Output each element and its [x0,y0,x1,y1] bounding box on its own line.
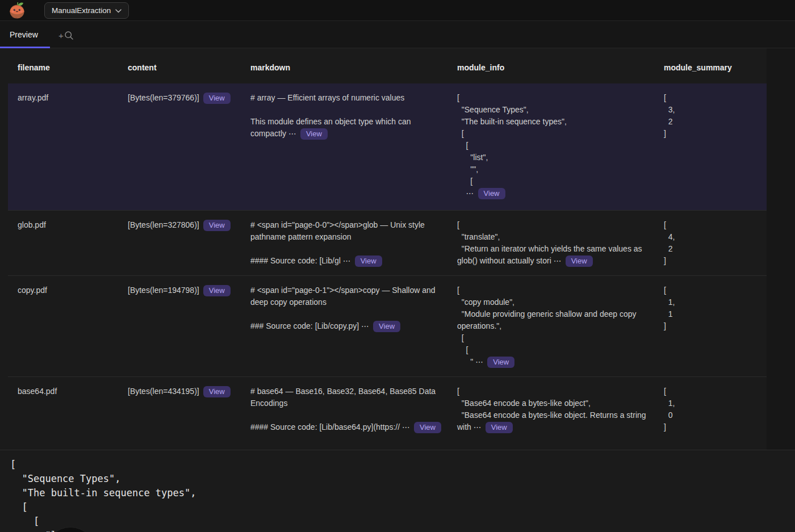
column-header-markdown[interactable]: markdown [241,48,447,83]
cell-module-info: [ "Base64 encode a bytes-like object", "… [447,377,654,450]
project-dropdown-label: ManualExtraction [52,6,111,15]
content-bytes-value: [Bytes(len=327806)] [128,220,199,229]
module-info-json-text: [ "translate", "Return an iterator which… [457,220,644,265]
search-icon [64,31,74,40]
cell-markdown: # <span id="page-0-0"></span>glob — Unix… [241,211,447,275]
table-row[interactable]: copy.pdf [Bytes(len=194798)]View # <span… [8,276,767,377]
column-header-module-info[interactable]: module_info [447,48,654,83]
view-module-info-button[interactable]: View [478,188,505,199]
view-content-button[interactable]: View [203,93,231,104]
table-right-gutter [767,48,795,450]
view-content-button[interactable]: View [203,386,231,397]
cell-module-info: [ "copy module", "Module providing gener… [447,276,654,376]
content-bytes-value: [Bytes(len=379766)] [128,93,199,102]
cell-filename: copy.pdf [8,276,118,376]
project-dropdown[interactable]: ManualExtraction [44,2,129,19]
view-markdown-button[interactable]: View [373,321,400,332]
tab-bar: Preview + [0,21,795,48]
view-module-info-button[interactable]: View [486,422,513,433]
cell-module-summary: [ 1, 0 ] [654,377,767,450]
add-tab-button[interactable]: + [58,29,74,41]
tab-preview-label: Preview [10,30,38,39]
json-detail-text: [ "Sequence Types", "The built-in sequen… [10,458,795,532]
view-markdown-button[interactable]: View [300,128,328,140]
markdown-preview-text: # array — Efficient arrays of numeric va… [250,93,413,138]
column-header-filename[interactable]: filename [8,48,118,83]
orange-mascot-icon [9,2,26,19]
module-summary-json-text: [ 1, 0 ] [664,387,675,432]
top-bar: ManualExtraction [0,0,795,21]
chevron-down-icon [115,9,122,13]
view-module-info-button[interactable]: View [566,255,593,267]
cell-filename: array.pdf [8,83,118,210]
table-row[interactable]: base64.pdf [Bytes(len=434195)]View # bas… [8,377,767,451]
module-summary-json-text: [ 1, 1 ] [664,286,675,330]
cell-markdown: # array — Efficient arrays of numeric va… [241,83,447,210]
cell-content: [Bytes(len=327806)]View [118,211,241,275]
cell-module-info: [ "translate", "Return an iterator which… [447,211,654,275]
cell-content: [Bytes(len=434195)]View [118,377,241,450]
cell-filename: glob.pdf [8,211,118,275]
markdown-preview-text: # <span id="page-0-0"></span>glob — Unix… [250,220,427,265]
cell-markdown: # <span id="page-0-1"></span>copy — Shal… [241,276,447,376]
cell-module-info: [ "Sequence Types", "The built-in sequen… [447,83,654,210]
view-content-button[interactable]: View [203,285,231,296]
cell-content: [Bytes(len=194798)]View [118,276,241,376]
view-markdown-button[interactable]: View [355,255,382,267]
view-content-button[interactable]: View [203,220,231,231]
view-module-info-button[interactable]: View [487,357,514,368]
content-bytes-value: [Bytes(len=434195)] [128,387,199,396]
module-summary-json-text: [ 3, 2 ] [664,93,675,138]
plus-icon: + [58,31,64,40]
cell-module-summary: [ 1, 1 ] [654,276,767,376]
content-bytes-value: [Bytes(len=194798)] [128,286,199,295]
markdown-preview-text: # base64 — Base16, Base32, Base64, Base8… [250,387,438,432]
cell-module-summary: [ 4, 2 ] [654,211,767,275]
module-info-json-text: [ "Sequence Types", "The built-in sequen… [457,93,567,198]
main-content: filename content markdown module_info mo… [0,48,795,532]
table-header-row: filename content markdown module_info mo… [8,48,767,83]
table-row[interactable]: glob.pdf [Bytes(len=327806)]View # <span… [8,211,767,276]
data-table: filename content markdown module_info mo… [8,48,767,451]
table-row[interactable]: array.pdf [Bytes(len=379766)]View # arra… [8,83,767,211]
module-info-json-text: [ "copy module", "Module providing gener… [457,286,638,366]
tab-preview[interactable]: Preview [0,21,48,48]
json-detail-panel: [ "Sequence Types", "The built-in sequen… [0,450,795,532]
cell-markdown: # base64 — Base16, Base32, Base64, Base8… [241,377,447,450]
cell-content: [Bytes(len=379766)]View [118,83,241,210]
column-header-content[interactable]: content [118,48,241,83]
cell-module-summary: [ 3, 2 ] [654,83,767,210]
markdown-preview-text: # <span id="page-0-1"></span>copy — Shal… [250,286,437,330]
cell-filename: base64.pdf [8,377,118,450]
view-markdown-button[interactable]: View [414,422,441,433]
column-header-module-summary[interactable]: module_summary [654,48,767,83]
module-summary-json-text: [ 4, 2 ] [664,220,675,265]
